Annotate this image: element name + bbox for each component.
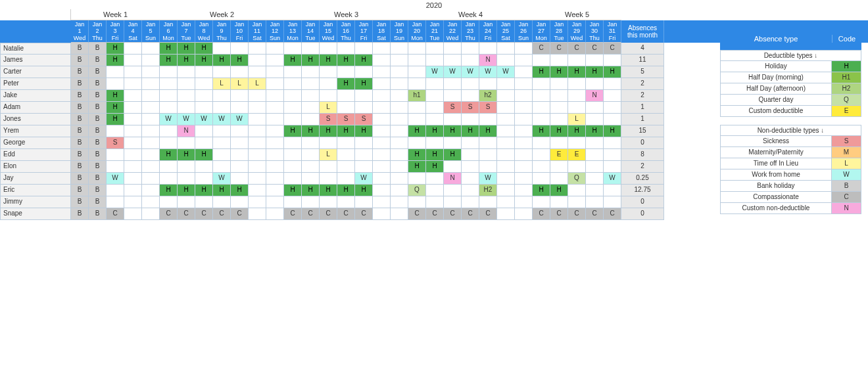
day-cell[interactable]	[231, 43, 249, 55]
day-cell[interactable]	[231, 173, 249, 185]
day-cell[interactable]: B	[89, 43, 107, 55]
day-cell[interactable]	[266, 185, 284, 196]
day-cell[interactable]: B	[89, 55, 107, 66]
day-cell[interactable]: H	[550, 185, 568, 196]
day-cell[interactable]: L	[568, 114, 586, 125]
day-cell[interactable]	[284, 78, 302, 90]
day-cell[interactable]	[195, 90, 213, 102]
day-cell[interactable]	[408, 66, 426, 78]
day-cell[interactable]	[479, 43, 497, 55]
day-cell[interactable]: W	[160, 114, 178, 125]
day-cell[interactable]	[249, 125, 266, 137]
day-cell[interactable]	[550, 55, 568, 66]
day-cell[interactable]: C	[178, 208, 195, 220]
day-cell[interactable]	[178, 173, 195, 185]
day-cell[interactable]	[497, 196, 515, 208]
day-cell[interactable]	[568, 161, 586, 173]
day-cell[interactable]	[213, 161, 231, 173]
day-cell[interactable]	[107, 185, 124, 196]
day-cell[interactable]	[249, 161, 266, 173]
day-cell[interactable]	[124, 149, 142, 161]
day-cell[interactable]: S	[479, 102, 497, 114]
day-cell[interactable]	[515, 90, 533, 102]
day-cell[interactable]	[266, 66, 284, 78]
day-cell[interactable]: N	[586, 90, 604, 102]
day-cell[interactable]	[160, 161, 178, 173]
day-cell[interactable]	[249, 196, 266, 208]
day-cell[interactable]: B	[89, 185, 107, 196]
day-cell[interactable]: H	[337, 125, 355, 137]
day-cell[interactable]: W	[444, 66, 462, 78]
day-cell[interactable]: H	[337, 78, 355, 90]
day-cell[interactable]: H	[107, 102, 124, 114]
day-cell[interactable]	[568, 90, 586, 102]
day-cell[interactable]	[142, 114, 160, 125]
day-cell[interactable]	[444, 78, 462, 90]
day-cell[interactable]	[533, 161, 550, 173]
day-cell[interactable]: H	[195, 149, 213, 161]
day-cell[interactable]	[320, 90, 337, 102]
day-cell[interactable]	[586, 185, 604, 196]
day-cell[interactable]	[142, 161, 160, 173]
day-cell[interactable]: C	[426, 208, 444, 220]
day-cell[interactable]	[373, 149, 391, 161]
day-cell[interactable]: W	[195, 114, 213, 125]
day-cell[interactable]: Q	[568, 173, 586, 185]
day-cell[interactable]: H	[302, 125, 320, 137]
day-cell[interactable]	[515, 196, 533, 208]
day-cell[interactable]	[231, 137, 249, 149]
day-cell[interactable]: H	[550, 66, 568, 78]
day-cell[interactable]: C	[320, 208, 337, 220]
day-cell[interactable]	[462, 55, 479, 66]
day-cell[interactable]: C	[337, 208, 355, 220]
day-cell[interactable]	[444, 43, 462, 55]
day-cell[interactable]	[515, 114, 533, 125]
day-cell[interactable]: H	[160, 43, 178, 55]
day-cell[interactable]	[213, 43, 231, 55]
day-cell[interactable]: C	[107, 208, 124, 220]
day-cell[interactable]: B	[71, 125, 89, 137]
day-cell[interactable]	[391, 102, 408, 114]
day-cell[interactable]	[515, 137, 533, 149]
day-cell[interactable]	[497, 185, 515, 196]
day-cell[interactable]	[302, 102, 320, 114]
day-cell[interactable]: B	[71, 114, 89, 125]
day-cell[interactable]	[266, 78, 284, 90]
day-cell[interactable]	[355, 43, 373, 55]
day-cell[interactable]	[408, 196, 426, 208]
day-cell[interactable]	[497, 43, 515, 55]
day-cell[interactable]: W	[231, 114, 249, 125]
day-cell[interactable]: C	[231, 208, 249, 220]
day-cell[interactable]	[479, 149, 497, 161]
day-cell[interactable]	[302, 114, 320, 125]
day-cell[interactable]	[568, 185, 586, 196]
day-cell[interactable]	[124, 196, 142, 208]
day-cell[interactable]	[391, 114, 408, 125]
day-cell[interactable]: W	[107, 173, 124, 185]
day-cell[interactable]: B	[89, 208, 107, 220]
day-cell[interactable]: H	[178, 55, 195, 66]
day-cell[interactable]	[408, 114, 426, 125]
day-cell[interactable]	[533, 90, 550, 102]
day-cell[interactable]	[373, 173, 391, 185]
day-cell[interactable]: H	[426, 161, 444, 173]
day-cell[interactable]	[604, 149, 621, 161]
day-cell[interactable]	[213, 102, 231, 114]
day-cell[interactable]	[284, 114, 302, 125]
day-cell[interactable]	[266, 196, 284, 208]
day-cell[interactable]	[391, 161, 408, 173]
day-cell[interactable]	[337, 173, 355, 185]
day-cell[interactable]	[586, 149, 604, 161]
day-cell[interactable]	[284, 196, 302, 208]
day-cell[interactable]	[124, 66, 142, 78]
day-cell[interactable]	[444, 137, 462, 149]
day-cell[interactable]: H	[568, 66, 586, 78]
day-cell[interactable]	[142, 173, 160, 185]
day-cell[interactable]	[124, 185, 142, 196]
day-cell[interactable]	[142, 90, 160, 102]
day-cell[interactable]	[355, 102, 373, 114]
day-cell[interactable]: H	[462, 125, 479, 137]
day-cell[interactable]	[550, 102, 568, 114]
day-cell[interactable]	[426, 185, 444, 196]
day-cell[interactable]	[142, 102, 160, 114]
